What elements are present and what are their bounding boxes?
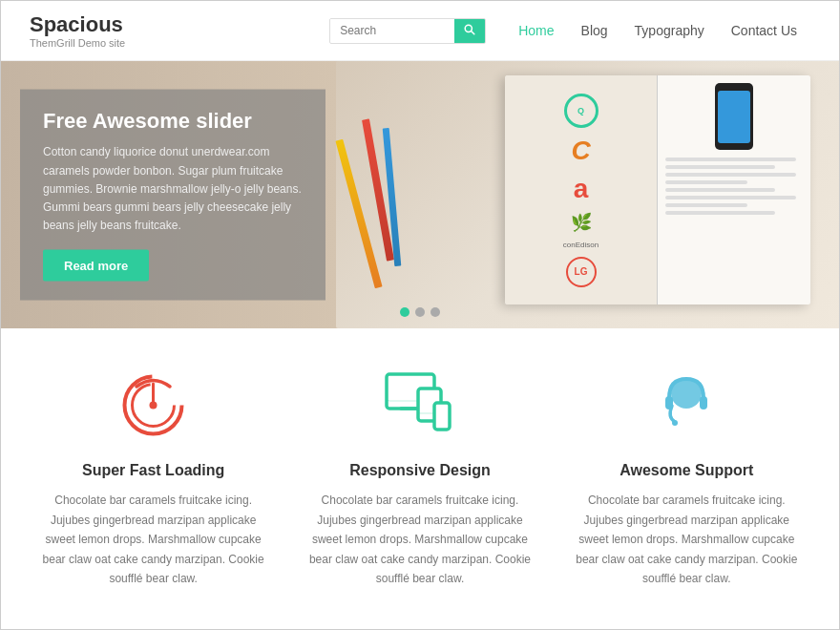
leaf-logo: 🌿 xyxy=(571,212,592,233)
features-section: Super Fast Loading Chocolate bar caramel… xyxy=(1,328,839,617)
lg-logo: LG xyxy=(566,257,597,287)
book-line xyxy=(665,180,747,184)
search-input[interactable] xyxy=(330,19,454,42)
hero-overlay: Free Awesome slider Cotton candy liquori… xyxy=(20,90,326,301)
search-button[interactable] xyxy=(454,19,485,43)
book-spread: Q C a 🌿 conEdison LG xyxy=(505,75,810,304)
slider-dot-1[interactable] xyxy=(400,307,410,317)
book-line xyxy=(665,158,796,161)
svg-rect-11 xyxy=(434,403,450,430)
site-header: Spacious ThemGrill Demo site Home Blog T… xyxy=(1,1,839,61)
search-form xyxy=(329,18,486,44)
c-logo: C xyxy=(571,136,590,166)
svg-point-15 xyxy=(672,420,678,426)
feature-speed: Super Fast Loading Chocolate bar caramel… xyxy=(39,367,268,588)
responsive-icon xyxy=(382,367,458,443)
slider-dots xyxy=(400,307,440,317)
a-logo: a xyxy=(574,174,589,204)
site-title: Spacious xyxy=(30,12,125,37)
feature-support-title: Awesome Support xyxy=(572,462,801,479)
feature-responsive: Responsive Design Chocolate bar caramels… xyxy=(305,367,535,588)
book-line xyxy=(665,211,775,215)
book-left-page: Q C a 🌿 conEdison LG xyxy=(505,75,658,304)
nav-item-blog[interactable]: Blog xyxy=(568,17,621,44)
feature-responsive-title: Responsive Design xyxy=(305,462,535,479)
speed-icon xyxy=(116,367,192,443)
book-right-page xyxy=(658,75,810,304)
book-line xyxy=(665,196,796,200)
slider-dot-2[interactable] xyxy=(415,307,425,317)
feature-responsive-desc: Chocolate bar caramels fruitcake icing. … xyxy=(305,491,535,588)
phone-mockup xyxy=(665,83,803,150)
nav-item-home[interactable]: Home xyxy=(505,17,567,44)
hero-body-text: Cotton candy liquorice donut unerdwear.c… xyxy=(43,143,303,235)
quark-logo: Q xyxy=(564,94,598,128)
book-line xyxy=(665,188,775,192)
conedison-logo: conEdison xyxy=(563,241,598,249)
hero-slider: Q C a 🌿 conEdison LG xyxy=(1,61,839,328)
site-branding: Spacious ThemGrill Demo site xyxy=(30,12,125,49)
book-text-lines xyxy=(665,158,803,215)
header-right: Home Blog Typography Contact Us xyxy=(329,17,810,44)
feature-support-desc: Chocolate bar caramels fruitcake icing. … xyxy=(572,491,801,588)
nav-item-typography[interactable]: Typography xyxy=(621,17,718,44)
support-icon xyxy=(648,367,724,443)
feature-support: Awesome Support Chocolate bar caramels f… xyxy=(572,367,801,588)
svg-line-1 xyxy=(472,31,474,33)
site-tagline: ThemGrill Demo site xyxy=(30,37,125,49)
hero-desk-decor: Q C a 🌿 conEdison LG xyxy=(336,61,839,328)
nav-item-contact[interactable]: Contact Us xyxy=(718,17,810,44)
feature-speed-title: Super Fast Loading xyxy=(39,462,268,479)
feature-speed-desc: Chocolate bar caramels fruitcake icing. … xyxy=(39,491,268,588)
read-more-button[interactable]: Read more xyxy=(43,250,149,282)
hero-title: Free Awesome slider xyxy=(43,109,303,134)
svg-rect-14 xyxy=(700,396,707,410)
book-line xyxy=(665,203,747,207)
slider-dot-3[interactable] xyxy=(430,307,440,317)
main-nav: Home Blog Typography Contact Us xyxy=(505,17,810,44)
book-line xyxy=(665,165,775,169)
browser-frame: Spacious ThemGrill Demo site Home Blog T… xyxy=(0,0,840,630)
book-line xyxy=(665,173,796,177)
